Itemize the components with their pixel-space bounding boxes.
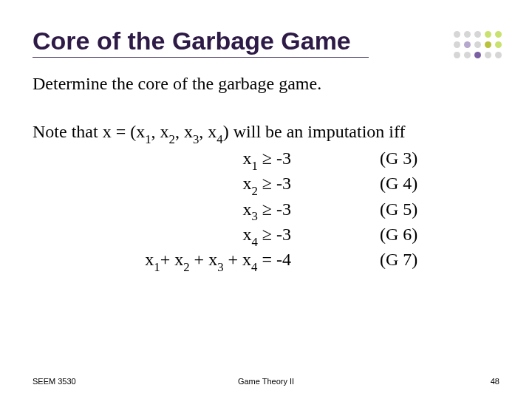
slide-title: Core of the Garbage Game <box>33 27 499 55</box>
constraint-row: x4 ≥ -3 (G 6) <box>33 223 499 248</box>
constraint-block: x1 ≥ -3 (G 3) x2 ≥ -3 (G 4) x3 ≥ -3 (G 5… <box>33 147 499 273</box>
constraint-row: x1+ x2 + x3 + x4 = -4 (G 7) <box>33 248 499 273</box>
constraint-lhs: x2 ≥ -3 <box>33 172 299 197</box>
note-text: , x <box>199 122 216 141</box>
footer-center: Game Theory II <box>238 377 294 386</box>
constraint-tag: (G 5) <box>299 198 468 221</box>
sub-2: 2 <box>169 132 175 146</box>
sub-3: 3 <box>193 132 199 146</box>
constraint-row: x3 ≥ -3 (G 5) <box>33 198 499 223</box>
page-number: 48 <box>491 377 499 386</box>
constraint-tag: (G 3) <box>299 147 468 170</box>
constraint-tag: (G 4) <box>299 172 468 195</box>
decorative-dot-grid <box>454 31 504 61</box>
constraint-lhs: x4 ≥ -3 <box>33 223 299 248</box>
slide: Core of the Garbage Game Determine the c… <box>0 0 532 399</box>
constraint-row: x2 ≥ -3 (G 4) <box>33 172 499 197</box>
note-text: Note that x = (x <box>33 122 145 141</box>
constraint-tag: (G 7) <box>299 248 468 271</box>
sum-lhs: x1+ x2 + x3 + x4 = -4 <box>33 248 299 273</box>
sub-1: 1 <box>145 132 151 146</box>
note-text: ) will be an imputation iff <box>223 122 406 141</box>
body-text: Determine the core of the garbage game. … <box>33 72 499 274</box>
title-row: Core of the Garbage Game <box>33 27 499 58</box>
footer-left: SEEM 3530 <box>33 377 76 386</box>
note-text: , x <box>151 122 169 141</box>
note-line: Note that x = (x1, x2, x3, x4) will be a… <box>33 120 499 146</box>
title-underline <box>33 57 369 58</box>
constraint-tag: (G 6) <box>299 223 468 246</box>
sub-4: 4 <box>216 132 222 146</box>
constraint-lhs: x1 ≥ -3 <box>33 147 299 172</box>
footer: SEEM 3530 Game Theory II 48 <box>33 377 499 386</box>
constraint-row: x1 ≥ -3 (G 3) <box>33 147 499 172</box>
note-text: , x <box>175 122 193 141</box>
intro-line: Determine the core of the garbage game. <box>33 72 499 95</box>
constraint-lhs: x3 ≥ -3 <box>33 198 299 223</box>
